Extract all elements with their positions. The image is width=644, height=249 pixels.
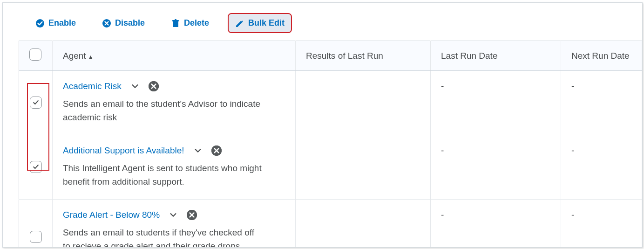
last-run-column-header: Last Run Date [441, 51, 497, 61]
next-run-cell: - [561, 135, 642, 199]
agent-name-link[interactable]: Additional Support is Available! [63, 145, 184, 156]
chevron-down-icon[interactable] [168, 210, 178, 220]
results-cell [296, 135, 431, 199]
svg-rect-4 [175, 19, 176, 21]
row-checkbox[interactable] [30, 231, 42, 243]
disabled-status-icon [149, 81, 159, 91]
bulk-action-toolbar: Enable Disable Delete Bulk Edit [3, 3, 642, 41]
last-run-cell: - [431, 199, 561, 248]
last-run-cell: - [431, 135, 561, 199]
last-run-cell: - [431, 71, 561, 135]
delete-button[interactable]: Delete [164, 14, 216, 32]
table-row: Additional Support is Available! This In… [19, 135, 642, 199]
agent-column-header[interactable]: Agent▲ [63, 51, 94, 61]
chevron-down-icon[interactable] [130, 81, 140, 91]
check-circle-icon [35, 19, 45, 28]
next-run-cell: - [561, 71, 642, 135]
agents-table: Agent▲ Results of Last Run Last Run Date… [19, 41, 642, 248]
next-run-cell: - [561, 199, 642, 248]
disabled-status-icon [211, 145, 222, 156]
agent-description: This Intelligent Agent is sent to studen… [63, 161, 263, 189]
x-circle-icon [102, 19, 111, 28]
bulk-edit-button[interactable]: Bulk Edit [229, 14, 291, 32]
enable-label: Enable [48, 18, 76, 28]
select-all-checkbox[interactable] [29, 48, 41, 61]
results-column-header: Results of Last Run [306, 51, 383, 61]
table-row: Academic Risk Sends an email to the stud… [19, 71, 642, 135]
results-cell [296, 199, 431, 248]
row-checkbox[interactable] [30, 97, 42, 109]
enable-button[interactable]: Enable [29, 14, 82, 32]
results-cell [296, 71, 431, 135]
table-row: Grade Alert - Below 80% Sends an email t… [19, 199, 642, 248]
disabled-status-icon [187, 210, 197, 220]
next-run-column-header: Next Run Date [571, 51, 630, 61]
bulk-edit-label: Bulk Edit [248, 18, 285, 28]
disable-button[interactable]: Disable [95, 14, 151, 32]
trash-icon [171, 19, 180, 28]
disable-label: Disable [115, 18, 145, 28]
sort-asc-icon: ▲ [88, 54, 94, 60]
pencil-double-icon [235, 19, 244, 28]
agent-name-link[interactable]: Academic Risk [63, 81, 122, 91]
chevron-down-icon[interactable] [193, 145, 203, 156]
agent-description: Sends an email to the student's Advisor … [63, 97, 263, 124]
svg-rect-2 [173, 21, 178, 27]
delete-label: Delete [184, 18, 209, 28]
agent-description: Sends an email to students if they've ch… [63, 226, 263, 248]
row-checkbox[interactable] [30, 161, 42, 173]
agent-name-link[interactable]: Grade Alert - Below 80% [63, 210, 160, 220]
